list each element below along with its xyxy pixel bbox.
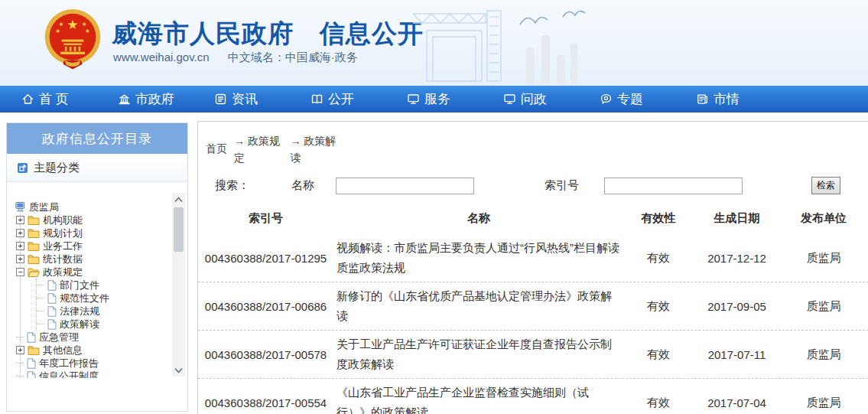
- newspaper-icon: [696, 93, 709, 106]
- tree-connector: [16, 376, 24, 377]
- tree-item-label[interactable]: 年度工作报告: [39, 357, 99, 370]
- cell-name-link[interactable]: 新修订的《山东省优质产品基地认定管理办法》政策解读: [333, 286, 624, 326]
- tree-scrollbar[interactable]: [172, 193, 185, 377]
- main-content: 首页→ 政策规定→ 政策解读 搜索： 名称 索引号 检索 索引号名称有效性生成日…: [197, 121, 868, 414]
- news-icon: [214, 93, 227, 106]
- folder-icon: [28, 241, 40, 251]
- tree-node: 政策解读: [37, 318, 166, 331]
- nav-item-label: 服务: [424, 90, 450, 108]
- breadcrumb-item[interactable]: 首页: [206, 142, 227, 156]
- svg-text:★: ★: [85, 28, 90, 34]
- expand-icon[interactable]: +: [16, 229, 24, 237]
- tree-level-1: +机构职能+规划计划+业务工作+统计数据−政策规定部门文件规范性文件法律法规政策…: [20, 214, 166, 378]
- table-header-idx: 索引号: [198, 211, 333, 226]
- page: { "header": { "title": "威海市人民政府 信息公开", "…: [0, 0, 868, 414]
- building-icon: [118, 93, 131, 106]
- tree-node: +其他信息: [16, 344, 166, 357]
- nav-item-home[interactable]: 首 页: [21, 90, 118, 108]
- tree-node-row: +统计数据: [16, 253, 166, 266]
- national-emblem-logo: ★ ★ ★ ★ ★: [44, 5, 102, 83]
- tree-node-row: +业务工作: [16, 240, 166, 253]
- nav-item-special[interactable]: 专题: [600, 90, 696, 108]
- breadcrumb-item[interactable]: → 政策解读: [290, 132, 339, 167]
- tree-item-label[interactable]: 信息公开制度: [39, 370, 99, 378]
- folder-icon: [28, 254, 40, 264]
- file-icon: [47, 280, 57, 291]
- tree-item-label[interactable]: 应急管理: [39, 331, 79, 344]
- tree-node: 应急管理: [16, 331, 166, 344]
- tree-connector: [37, 311, 44, 311]
- cell-unit: 质监局: [781, 396, 866, 410]
- tree-item-label[interactable]: 政策解读: [60, 318, 99, 331]
- computer-icon: [15, 201, 26, 213]
- tree-root-label[interactable]: 质监局: [29, 200, 59, 214]
- tree-node-row: 法律法规: [37, 305, 166, 318]
- nav-item-service[interactable]: 服务: [407, 90, 503, 108]
- cell-name-link[interactable]: 视频解读：市质监局主要负责人通过“行风热线”栏目解读质监政策法规: [333, 238, 624, 278]
- tree-root: 质监局: [15, 200, 166, 214]
- expand-icon[interactable]: +: [16, 242, 24, 250]
- main-navbar: 首 页市政府资讯公开服务问政专题市情: [0, 86, 868, 112]
- cell-unit: 质监局: [781, 251, 866, 266]
- tree-item-label[interactable]: 业务工作: [43, 240, 83, 253]
- tree-node: +统计数据: [16, 253, 166, 266]
- expand-icon[interactable]: +: [16, 216, 24, 224]
- scrollbar-thumb[interactable]: [174, 207, 184, 252]
- tree-node: 部门文件: [37, 279, 166, 292]
- sidebar-section-topic-category[interactable]: 主题分类: [7, 154, 187, 182]
- bubble-icon: [600, 93, 613, 106]
- tree-node-row: 部门文件: [37, 279, 166, 292]
- tree-item-label[interactable]: 法律法规: [60, 305, 99, 318]
- home-icon: [21, 93, 34, 106]
- nav-item-open[interactable]: 公开: [310, 90, 407, 108]
- banner-skyline-decoration: [413, 0, 864, 89]
- nav-item-news[interactable]: 资讯: [214, 90, 310, 108]
- scrollbar-up-icon[interactable]: [172, 193, 185, 206]
- tree-viewport: 质监局+机构职能+规划计划+业务工作+统计数据−政策规定部门文件规范性文件法律法…: [7, 182, 187, 378]
- tree-item-label[interactable]: 政策规定: [43, 266, 83, 279]
- tree-node: 规范性文件: [37, 292, 166, 305]
- search-name-input[interactable]: [336, 178, 474, 194]
- cell-unit: 质监局: [781, 347, 866, 362]
- folder-icon: [28, 228, 40, 238]
- tree-node: +机构职能: [16, 214, 166, 227]
- expand-icon[interactable]: +: [16, 255, 24, 263]
- tree-item-label[interactable]: 部门文件: [60, 279, 99, 292]
- table-row: 004360388/2017-00578关于工业产品生产许可证获证企业年度自查报…: [198, 331, 868, 379]
- tree-node: 年度工作报告: [16, 357, 166, 370]
- breadcrumb-item[interactable]: → 政策规定: [234, 132, 283, 167]
- site-subtitle: www.weihai.gov.cn 中文域名：中国威海·政务: [113, 51, 358, 65]
- sidebar-section-label: 主题分类: [34, 161, 80, 175]
- tree-item-label[interactable]: 机构职能: [43, 214, 83, 227]
- nav-item-politics[interactable]: 问政: [503, 90, 600, 108]
- tree-item-label[interactable]: 规划计划: [43, 227, 83, 240]
- nav-item-label: 问政: [521, 90, 547, 108]
- cell-validity: 有效: [624, 396, 693, 410]
- results-table: 索引号名称有效性生成日期发布单位 004360388/2017-01295视频解…: [198, 204, 868, 414]
- search-index-input[interactable]: [604, 178, 743, 194]
- cell-name-link[interactable]: 《山东省工业产品生产企业监督检查实施细则（试行）》的政策解读: [333, 383, 624, 414]
- monitor-icon: [503, 93, 516, 106]
- tree-children: 部门文件规范性文件法律法规政策解读: [36, 279, 166, 331]
- tree-item-label[interactable]: 规范性文件: [60, 292, 109, 305]
- expand-icon[interactable]: +: [16, 346, 24, 354]
- search-button[interactable]: 检索: [811, 177, 840, 194]
- nav-item-government[interactable]: 市政府: [118, 90, 214, 108]
- tree: 质监局+机构职能+规划计划+业务工作+统计数据−政策规定部门文件规范性文件法律法…: [15, 200, 166, 378]
- cell-validity: 有效: [624, 299, 693, 314]
- cell-name-link[interactable]: 关于工业产品生产许可证获证企业年度自查报告公示制度政策解读: [333, 334, 624, 374]
- nav-item-label: 首 页: [39, 90, 69, 108]
- sidebar-title: 政府信息公开目录: [7, 123, 187, 154]
- svg-text:★: ★: [82, 21, 87, 28]
- nav-item-city[interactable]: 市情: [696, 90, 792, 108]
- nav-item-label: 公开: [328, 90, 354, 108]
- tree-node-row: 政策解读: [37, 318, 166, 331]
- tree-node: +业务工作: [16, 240, 166, 253]
- tree-item-label[interactable]: 统计数据: [43, 253, 83, 266]
- nav-item-label: 专题: [617, 90, 643, 108]
- tree-item-label[interactable]: 其他信息: [43, 344, 83, 357]
- nav-item-label: 市政府: [135, 90, 174, 108]
- scrollbar-down-icon[interactable]: [172, 363, 185, 377]
- collapse-icon[interactable]: −: [16, 268, 24, 276]
- cell-date: 2017-12-12: [693, 252, 781, 265]
